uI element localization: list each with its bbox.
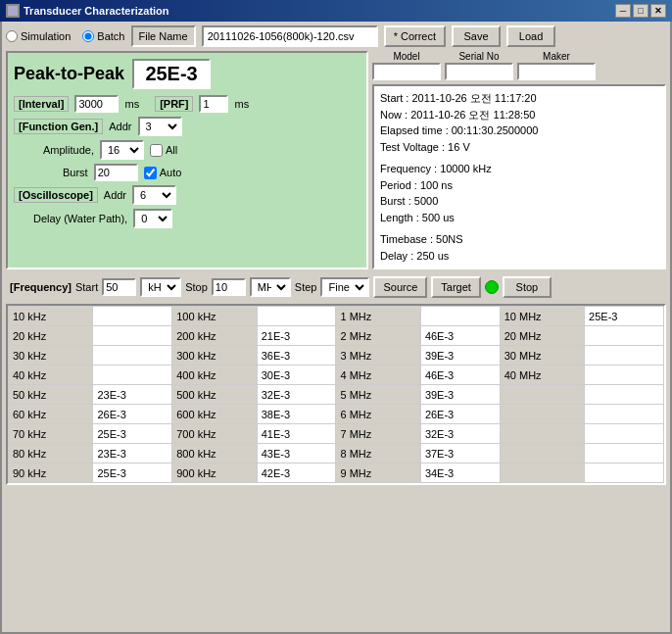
source-button[interactable]: Source xyxy=(373,276,427,298)
val-cell[interactable] xyxy=(420,307,500,326)
val-cell[interactable] xyxy=(93,366,172,385)
val-cell[interactable] xyxy=(257,444,336,463)
val-cell[interactable] xyxy=(585,385,664,405)
val-input[interactable] xyxy=(262,428,332,440)
val-input[interactable] xyxy=(425,369,496,381)
freq-cell: 200 kHz xyxy=(172,326,257,346)
interval-input[interactable] xyxy=(74,95,119,113)
val-input[interactable] xyxy=(425,350,496,362)
all-label: All xyxy=(166,144,177,156)
val-cell[interactable] xyxy=(585,307,664,326)
val-cell[interactable] xyxy=(257,424,336,444)
val-input[interactable] xyxy=(425,389,496,401)
val-input[interactable] xyxy=(262,350,332,362)
val-input[interactable] xyxy=(425,467,496,479)
osc-addr-select[interactable]: 6 xyxy=(132,185,176,205)
val-input[interactable] xyxy=(262,389,332,401)
val-cell[interactable] xyxy=(257,366,336,385)
val-input[interactable] xyxy=(262,369,332,381)
freq-cell: 30 MHz xyxy=(500,346,584,366)
val-cell[interactable] xyxy=(93,444,172,463)
val-cell[interactable] xyxy=(257,405,336,424)
save-button[interactable]: Save xyxy=(452,25,501,47)
val-input[interactable] xyxy=(425,448,496,460)
step-select[interactable]: Fine xyxy=(320,277,369,297)
val-input[interactable] xyxy=(425,409,496,420)
freq-cell xyxy=(500,463,584,483)
val-cell[interactable] xyxy=(93,424,172,444)
val-cell[interactable] xyxy=(93,326,172,346)
amplitude-select[interactable]: 16 xyxy=(100,140,144,160)
val-cell[interactable] xyxy=(585,463,664,483)
val-cell[interactable] xyxy=(420,326,500,346)
val-cell[interactable] xyxy=(93,385,172,405)
start-input[interactable] xyxy=(102,278,136,296)
val-input[interactable] xyxy=(97,428,168,440)
val-cell[interactable] xyxy=(420,385,500,405)
val-cell[interactable] xyxy=(93,307,172,326)
stop-button[interactable]: Stop xyxy=(503,276,552,298)
val-input[interactable] xyxy=(425,428,496,440)
val-cell[interactable] xyxy=(585,444,664,463)
val-input[interactable] xyxy=(589,311,659,322)
batch-radio[interactable]: Batch xyxy=(82,30,124,42)
val-cell[interactable] xyxy=(257,463,336,483)
delay-select[interactable]: 0 xyxy=(133,209,172,228)
serial-input[interactable] xyxy=(445,63,513,80)
val-cell[interactable] xyxy=(585,326,664,346)
all-checkbox-input[interactable] xyxy=(150,144,163,157)
val-cell[interactable] xyxy=(420,346,500,366)
maximize-button[interactable]: □ xyxy=(633,4,648,18)
val-cell[interactable] xyxy=(257,346,336,366)
interval-label: [Interval] xyxy=(14,96,69,112)
val-cell[interactable] xyxy=(93,346,172,366)
start-unit-select[interactable]: kHz xyxy=(140,277,181,297)
val-input[interactable] xyxy=(262,467,332,479)
val-cell[interactable] xyxy=(257,307,336,326)
close-button[interactable]: ✕ xyxy=(650,4,666,18)
prf-input[interactable] xyxy=(199,95,228,113)
info-now: Now : 2011-10-26 오전 11:28:50 xyxy=(380,107,658,123)
delay-label: Delay (Water Path), xyxy=(33,213,127,224)
val-cell[interactable] xyxy=(257,385,336,405)
simulation-radio[interactable]: Simulation xyxy=(6,30,71,42)
auto-checkbox-input[interactable] xyxy=(144,167,157,179)
val-input[interactable] xyxy=(97,409,168,420)
val-cell[interactable] xyxy=(585,346,664,366)
stop-unit-select[interactable]: MHz xyxy=(250,277,291,297)
maker-input[interactable] xyxy=(517,63,596,80)
delay-row: Delay (Water Path), 0 xyxy=(33,209,360,228)
funcgen-addr-select[interactable]: 3 xyxy=(138,117,182,136)
val-cell[interactable] xyxy=(420,444,500,463)
simulation-radio-input[interactable] xyxy=(6,30,18,42)
val-cell[interactable] xyxy=(585,405,664,424)
val-cell[interactable] xyxy=(420,463,500,483)
val-cell[interactable] xyxy=(420,405,500,424)
val-cell[interactable] xyxy=(585,366,664,385)
val-input[interactable] xyxy=(97,389,168,401)
val-input[interactable] xyxy=(262,448,332,460)
table-row: 70 kHz700 kHz7 MHz xyxy=(9,424,664,444)
all-checkbox[interactable]: All xyxy=(150,144,177,157)
val-cell[interactable] xyxy=(420,424,500,444)
batch-radio-input[interactable] xyxy=(82,30,94,42)
val-input[interactable] xyxy=(425,330,496,342)
file-name-input[interactable] xyxy=(202,25,378,47)
val-cell[interactable] xyxy=(257,326,336,346)
val-cell[interactable] xyxy=(93,405,172,424)
val-input[interactable] xyxy=(97,448,168,460)
val-cell[interactable] xyxy=(420,366,500,385)
minimize-button[interactable]: ─ xyxy=(615,4,631,18)
target-button[interactable]: Target xyxy=(431,276,481,298)
val-input[interactable] xyxy=(262,330,332,342)
val-input[interactable] xyxy=(97,467,168,479)
val-cell[interactable] xyxy=(93,463,172,483)
burst-input[interactable] xyxy=(94,164,138,181)
val-cell[interactable] xyxy=(585,424,664,444)
stop-input[interactable] xyxy=(212,278,246,296)
load-button[interactable]: Load xyxy=(506,25,555,47)
auto-checkbox[interactable]: Auto xyxy=(144,167,182,179)
val-input[interactable] xyxy=(262,409,332,420)
correct-button[interactable]: * Correct xyxy=(384,25,446,47)
model-input[interactable] xyxy=(372,63,441,80)
